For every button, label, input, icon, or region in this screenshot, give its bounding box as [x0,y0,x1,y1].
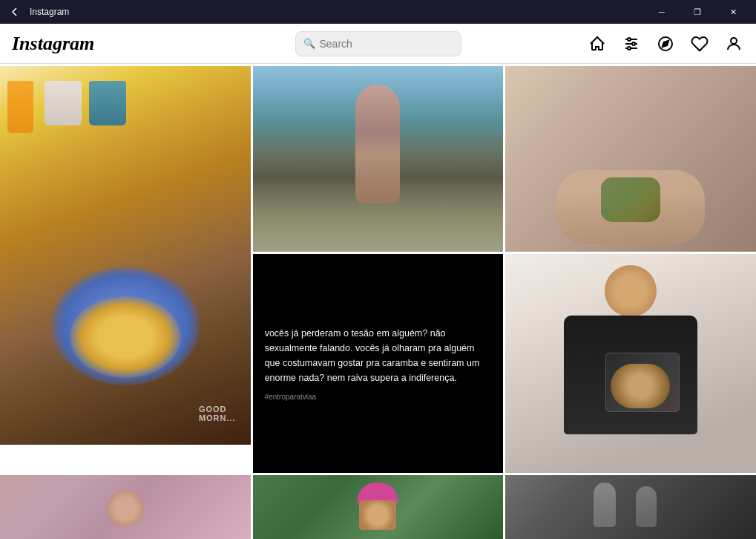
maximize-button[interactable]: ❐ [680,0,714,24]
post-3[interactable] [505,66,756,252]
app-header: Instagram 🔍 [0,24,756,64]
post-8[interactable] [505,475,756,539]
nav-icons [587,33,744,54]
filter-button[interactable] [621,33,642,54]
close-button[interactable]: ✕ [716,0,750,24]
post-1[interactable]: GOODMORN... [0,66,251,445]
back-button[interactable] [6,3,24,21]
post-7[interactable] [253,475,504,539]
search-bar[interactable]: 🔍 [295,31,461,56]
svg-point-4 [632,42,635,45]
search-icon: 🔍 [303,38,315,49]
svg-point-8 [731,38,737,44]
svg-marker-7 [663,40,668,46]
minimize-button[interactable]: ─ [645,0,679,24]
post-4-tag: #entroparatvlaa [265,393,492,401]
post-6[interactable] [0,475,251,539]
window-title: Instagram [30,7,639,17]
search-input[interactable] [320,38,453,50]
post-5[interactable] [505,254,756,473]
home-button[interactable] [587,33,608,54]
post-2[interactable] [253,66,504,252]
post-4[interactable]: vocês já perderam o tesão em alguém? não… [253,254,504,473]
svg-point-5 [628,47,631,50]
post-4-text: vocês já perderam o tesão em alguém? não… [265,326,492,385]
title-bar: Instagram ─ ❐ ✕ [0,0,756,24]
compass-button[interactable] [655,33,676,54]
svg-point-3 [628,38,631,41]
instagram-logo: Instagram [12,33,145,55]
likes-button[interactable] [689,33,710,54]
posts-grid: GOODMORN... vocês já perderam o tesão em… [0,64,756,539]
profile-button[interactable] [723,33,744,54]
post-1-overlay: GOODMORN... [199,405,236,422]
window-controls: ─ ❐ ✕ [645,0,750,24]
